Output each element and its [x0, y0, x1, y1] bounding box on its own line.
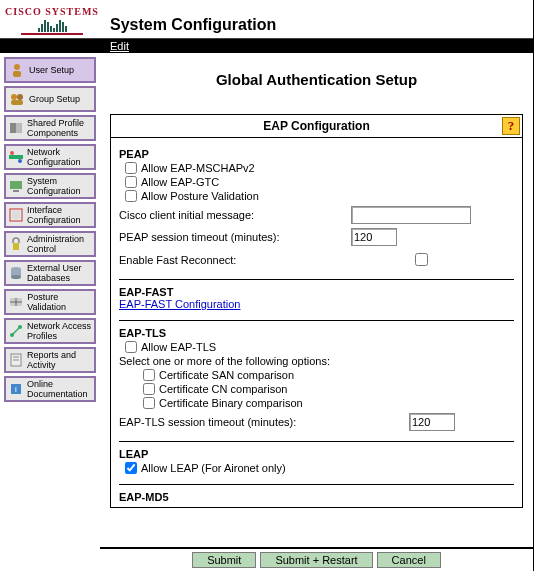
allow-eap-tls-row[interactable]: Allow EAP-TLS [125, 341, 514, 353]
sidebar-item-label: Administration Control [27, 234, 92, 254]
admin-control-icon [8, 235, 24, 253]
sidebar-item-label: Posture Validation [27, 292, 92, 312]
sidebar-item-label: Shared Profile Components [27, 118, 92, 138]
allow-posture-label: Allow Posture Validation [141, 190, 259, 202]
svg-rect-14 [13, 243, 19, 250]
peap-timeout-input[interactable] [351, 228, 397, 246]
eap-fast-section-title: EAP-FAST [119, 286, 514, 298]
cert-cn-checkbox[interactable] [143, 383, 155, 395]
cisco-logo: CISCO SYSTEMS [2, 6, 102, 38]
panel-header: EAP Configuration ? [111, 115, 522, 138]
leap-section-title: LEAP [119, 448, 514, 460]
sidebar-item-label: Group Setup [29, 94, 80, 104]
allow-eap-gtc-row[interactable]: Allow EAP-GTC [125, 176, 514, 188]
svg-rect-13 [12, 211, 20, 219]
svg-rect-5 [10, 123, 16, 133]
svg-point-17 [11, 275, 21, 279]
sidebar-item-posture[interactable]: Posture Validation [4, 289, 96, 315]
sidebar-item-label: Reports and Activity [27, 350, 92, 370]
docs-icon: i [8, 380, 24, 398]
separator [119, 320, 514, 321]
cancel-button[interactable]: Cancel [377, 552, 441, 568]
cert-san-checkbox[interactable] [143, 369, 155, 381]
page-title: System Configuration [110, 16, 276, 34]
eap-tls-timeout-label: EAP-TLS session timeout (minutes): [119, 416, 409, 428]
sidebar-item-admin-control[interactable]: Administration Control [4, 231, 96, 257]
sidebar-item-group-setup[interactable]: Group Setup [4, 86, 96, 112]
svg-point-0 [14, 64, 20, 70]
cert-bin-checkbox[interactable] [143, 397, 155, 409]
peap-timeout-label: PEAP session timeout (minutes): [119, 231, 351, 243]
sidebar-item-external-db[interactable]: External User Databases [4, 260, 96, 286]
footer-actions: Submit Submit + Restart Cancel [100, 547, 533, 571]
sidebar-item-shared-profile[interactable]: Shared Profile Components [4, 115, 96, 141]
allow-leap-label: Allow LEAP (For Aironet only) [141, 462, 286, 474]
initial-msg-input[interactable] [351, 206, 471, 224]
logo-bars-icon [38, 18, 67, 32]
sidebar-item-label: Network Configuration [27, 147, 92, 167]
allow-eap-tls-checkbox[interactable] [125, 341, 137, 353]
sidebar: User Setup Group Setup Shared Profile Co… [0, 53, 100, 571]
allow-eap-mschapv2-checkbox[interactable] [125, 162, 137, 174]
sidebar-item-label: User Setup [29, 65, 74, 75]
svg-rect-6 [16, 123, 22, 133]
sidebar-item-reports[interactable]: Reports and Activity [4, 347, 96, 373]
allow-eap-tls-label: Allow EAP-TLS [141, 341, 216, 353]
sidebar-item-network-config[interactable]: Network Configuration [4, 144, 96, 170]
separator [119, 279, 514, 280]
nap-icon [8, 322, 24, 340]
sidebar-item-user-setup[interactable]: User Setup [4, 57, 96, 83]
svg-text:i: i [15, 385, 17, 394]
allow-eap-gtc-checkbox[interactable] [125, 176, 137, 188]
svg-point-8 [10, 151, 14, 155]
user-icon [8, 61, 26, 79]
sidebar-item-docs[interactable]: i Online Documentation [4, 376, 96, 402]
svg-line-23 [12, 327, 20, 335]
fast-reconnect-label: Enable Fast Reconnect: [119, 254, 351, 266]
logo-text: CISCO SYSTEMS [5, 6, 99, 17]
svg-rect-7 [9, 155, 23, 159]
sidebar-item-label: Network Access Profiles [27, 321, 92, 341]
cert-san-row[interactable]: Certificate SAN comparison [143, 369, 514, 381]
svg-rect-1 [13, 71, 21, 77]
panel-title: EAP Configuration [131, 119, 502, 133]
group-icon [8, 90, 26, 108]
allow-eap-mschapv2-row[interactable]: Allow EAP-MSCHAPv2 [125, 162, 514, 174]
separator [119, 441, 514, 442]
sidebar-item-label: External User Databases [27, 263, 92, 283]
submit-restart-button[interactable]: Submit + Restart [260, 552, 372, 568]
svg-point-9 [18, 159, 22, 163]
eap-tls-timeout-input[interactable] [409, 413, 455, 431]
network-config-icon [8, 148, 24, 166]
cert-cn-label: Certificate CN comparison [159, 383, 287, 395]
cert-cn-row[interactable]: Certificate CN comparison [143, 383, 514, 395]
eap-tls-options-label: Select one or more of the following opti… [119, 355, 514, 367]
sidebar-item-interface-config[interactable]: Interface Configuration [4, 202, 96, 228]
sidebar-item-label: System Configuration [27, 176, 92, 196]
sidebar-item-system-config[interactable]: System Configuration [4, 173, 96, 199]
cert-bin-row[interactable]: Certificate Binary comparison [143, 397, 514, 409]
sidebar-item-label: Interface Configuration [27, 205, 92, 225]
allow-eap-mschapv2-label: Allow EAP-MSCHAPv2 [141, 162, 255, 174]
eap-fast-config-link[interactable]: EAP-FAST Configuration [119, 298, 240, 310]
eap-tls-section-title: EAP-TLS [119, 327, 514, 339]
separator [119, 484, 514, 485]
svg-rect-11 [13, 190, 19, 192]
posture-icon [8, 293, 24, 311]
cert-san-label: Certificate SAN comparison [159, 369, 294, 381]
sidebar-item-nap[interactable]: Network Access Profiles [4, 318, 96, 344]
edit-menu[interactable]: Edit [0, 39, 533, 53]
help-icon[interactable]: ? [502, 117, 520, 135]
allow-posture-checkbox[interactable] [125, 190, 137, 202]
allow-leap-row[interactable]: Allow LEAP (For Aironet only) [125, 462, 514, 474]
allow-leap-checkbox[interactable] [125, 462, 137, 474]
allow-eap-gtc-label: Allow EAP-GTC [141, 176, 219, 188]
allow-posture-row[interactable]: Allow Posture Validation [125, 190, 514, 202]
svg-point-2 [11, 94, 17, 100]
peap-section-title: PEAP [119, 148, 514, 160]
content-heading: Global Authentication Setup [110, 71, 523, 88]
external-db-icon [8, 264, 24, 282]
fast-reconnect-checkbox[interactable] [415, 253, 428, 266]
submit-button[interactable]: Submit [192, 552, 256, 568]
cert-bin-label: Certificate Binary comparison [159, 397, 303, 409]
